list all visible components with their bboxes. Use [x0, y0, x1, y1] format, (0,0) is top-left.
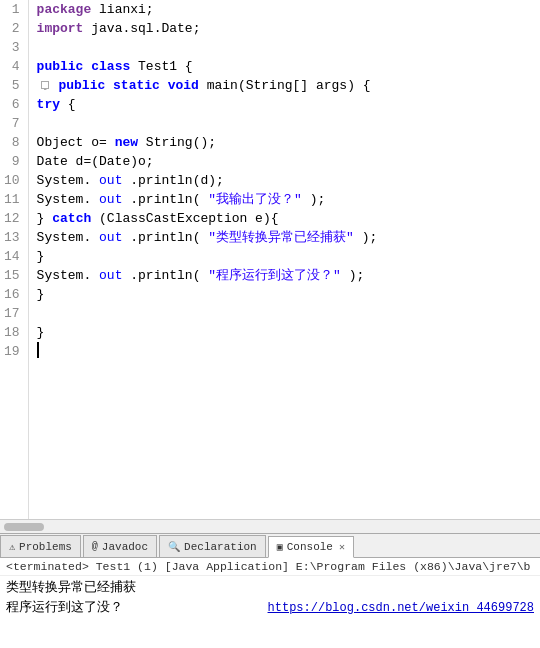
console-close-icon[interactable]: ✕	[339, 541, 345, 553]
problems-icon: ⚠	[9, 541, 15, 553]
code-line-7	[37, 114, 540, 133]
code-editor: 1 2 3 4 5 6 7 8 9 10 11 12 13 14 15 16 1…	[0, 0, 540, 534]
code-line-6: try {	[37, 95, 540, 114]
code-line-11: System. out .println( "我输出了没？" );	[37, 190, 540, 209]
javadoc-icon: @	[92, 541, 98, 552]
code-line-18: }	[37, 323, 540, 342]
code-line-14: }	[37, 247, 540, 266]
tab-problems[interactable]: ⚠ Problems	[0, 535, 81, 557]
tab-problems-label: Problems	[19, 541, 72, 553]
code-content: 1 2 3 4 5 6 7 8 9 10 11 12 13 14 15 16 1…	[0, 0, 540, 519]
scrollbar-thumb	[4, 523, 44, 531]
line-numbers: 1 2 3 4 5 6 7 8 9 10 11 12 13 14 15 16 1…	[0, 0, 29, 519]
code-line-15: System. out .println( "程序运行到这了没？" );	[37, 266, 540, 285]
code-line-12: } catch (ClassCastException e){	[37, 209, 540, 228]
console-header: <terminated> Test1 (1) [Java Application…	[0, 558, 540, 576]
tab-javadoc-label: Javadoc	[102, 541, 148, 553]
code-line-3	[37, 38, 540, 57]
code-line-8: Object o= new String();	[37, 133, 540, 152]
code-line-19	[37, 342, 540, 361]
horizontal-scrollbar[interactable]	[0, 519, 540, 533]
tab-bar: ⚠ Problems @ Javadoc 🔍 Declaration ▣ Con…	[0, 534, 540, 558]
tab-declaration-label: Declaration	[184, 541, 257, 553]
console-output: 类型转换异常已经捕获 程序运行到这了没？ https://blog.csdn.n…	[0, 576, 540, 648]
code-line-2: import java.sql.Date;	[37, 19, 540, 38]
code-line-16: }	[37, 285, 540, 304]
code-line-10: System. out .println(d);	[37, 171, 540, 190]
console-line-1: 类型转换异常已经捕获	[6, 578, 534, 598]
code-line-5: public static void main(String[] args) {	[37, 76, 540, 95]
code-lines: package lianxi; import java.sql.Date; pu…	[29, 0, 540, 519]
code-line-4: public class Test1 {	[37, 57, 540, 76]
console-line-2: 程序运行到这了没？ https://blog.csdn.net/weixin_4…	[6, 598, 534, 618]
console-area: <terminated> Test1 (1) [Java Application…	[0, 558, 540, 648]
declaration-icon: 🔍	[168, 541, 180, 553]
tab-declaration[interactable]: 🔍 Declaration	[159, 535, 266, 557]
console-link[interactable]: https://blog.csdn.net/weixin_44699728	[268, 598, 534, 618]
keyword-package: package	[37, 2, 92, 17]
console-line-2-text: 程序运行到这了没？	[6, 598, 123, 618]
tab-javadoc[interactable]: @ Javadoc	[83, 535, 157, 557]
code-line-1: package lianxi;	[37, 0, 540, 19]
code-line-17	[37, 304, 540, 323]
console-icon: ▣	[277, 541, 283, 553]
code-line-9: Date d=(Date)o;	[37, 152, 540, 171]
keyword-import: import	[37, 21, 84, 36]
fold-marker-5[interactable]	[41, 81, 49, 89]
tab-console[interactable]: ▣ Console ✕	[268, 536, 354, 558]
tab-console-label: Console	[287, 541, 333, 553]
code-line-13: System. out .println( "类型转换异常已经捕获" );	[37, 228, 540, 247]
